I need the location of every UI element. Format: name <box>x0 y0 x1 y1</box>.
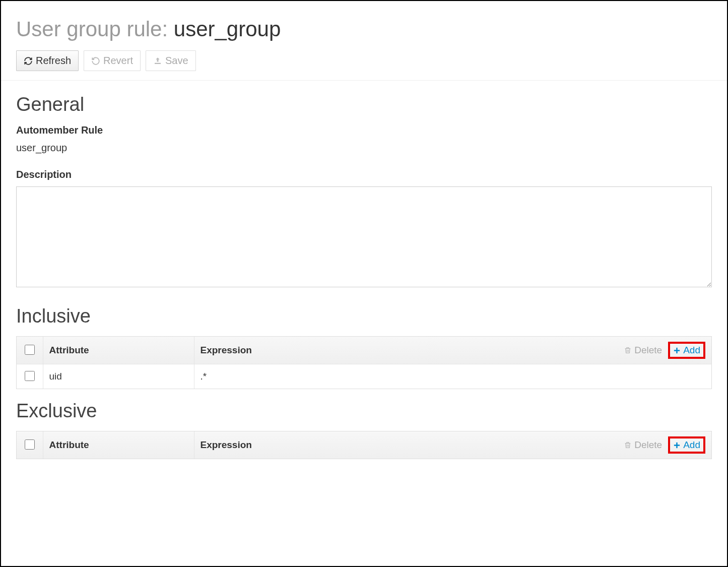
inclusive-header-checkbox-cell <box>17 337 43 364</box>
page-title-rule-name: user_group <box>174 17 281 41</box>
inclusive-header-expression-label: Expression <box>201 345 252 356</box>
inclusive-table: Attribute Expression <box>16 336 712 389</box>
trash-icon <box>624 346 632 354</box>
exclusive-header-checkbox-cell <box>17 431 43 459</box>
exclusive-heading: Exclusive <box>16 400 712 422</box>
inclusive-row-checkbox[interactable] <box>25 371 35 381</box>
exclusive-header-expression: Expression Delete <box>194 431 711 459</box>
refresh-button[interactable]: Refresh <box>16 50 79 71</box>
inclusive-delete-button[interactable]: Delete <box>624 345 662 356</box>
inclusive-delete-label: Delete <box>634 345 662 356</box>
description-label: Description <box>16 169 712 180</box>
plus-icon <box>673 347 681 354</box>
inclusive-header-attribute: Attribute <box>43 337 194 364</box>
table-row: uid .* <box>17 364 711 389</box>
svg-rect-2 <box>674 350 680 351</box>
inclusive-header-expression: Expression Delete <box>194 337 711 364</box>
inclusive-heading: Inclusive <box>16 305 712 327</box>
revert-icon <box>91 56 100 66</box>
exclusive-header-expression-label: Expression <box>201 439 252 451</box>
inclusive-add-highlight: Add <box>668 342 705 359</box>
save-button-label: Save <box>165 55 188 67</box>
svg-rect-0 <box>155 62 161 64</box>
inclusive-row-attribute: uid <box>43 364 194 389</box>
revert-button[interactable]: Revert <box>84 50 141 71</box>
automember-rule-label: Automember Rule <box>16 124 712 136</box>
exclusive-table: Attribute Expression <box>16 431 712 459</box>
refresh-icon <box>24 56 33 66</box>
page-container: User group rule: user_group Refresh <box>0 0 728 567</box>
inclusive-row-checkbox-cell <box>17 364 43 389</box>
trash-icon <box>624 441 632 449</box>
svg-rect-4 <box>674 445 680 446</box>
general-heading: General <box>16 94 712 115</box>
exclusive-add-highlight: Add <box>668 436 705 454</box>
revert-button-label: Revert <box>103 55 133 67</box>
refresh-button-label: Refresh <box>36 55 71 67</box>
exclusive-delete-label: Delete <box>634 439 662 451</box>
page-title: User group rule: user_group <box>16 17 712 41</box>
exclusive-header-attribute: Attribute <box>43 431 194 459</box>
divider <box>1 80 727 81</box>
exclusive-add-button[interactable]: Add <box>673 439 700 451</box>
automember-rule-value: user_group <box>16 142 712 154</box>
exclusive-select-all-checkbox[interactable] <box>25 439 35 450</box>
exclusive-add-label: Add <box>683 439 700 451</box>
inclusive-select-all-checkbox[interactable] <box>25 345 35 355</box>
inclusive-add-label: Add <box>683 345 700 356</box>
plus-icon <box>673 442 681 449</box>
inclusive-add-button[interactable]: Add <box>673 345 700 356</box>
description-textarea[interactable] <box>16 186 712 287</box>
toolbar: Refresh Revert Save <box>16 50 712 71</box>
page-title-prefix: User group rule: <box>16 17 174 41</box>
inclusive-row-expression: .* <box>194 364 711 389</box>
exclusive-delete-button[interactable]: Delete <box>624 439 662 451</box>
upload-icon <box>153 56 162 66</box>
save-button[interactable]: Save <box>146 50 196 71</box>
